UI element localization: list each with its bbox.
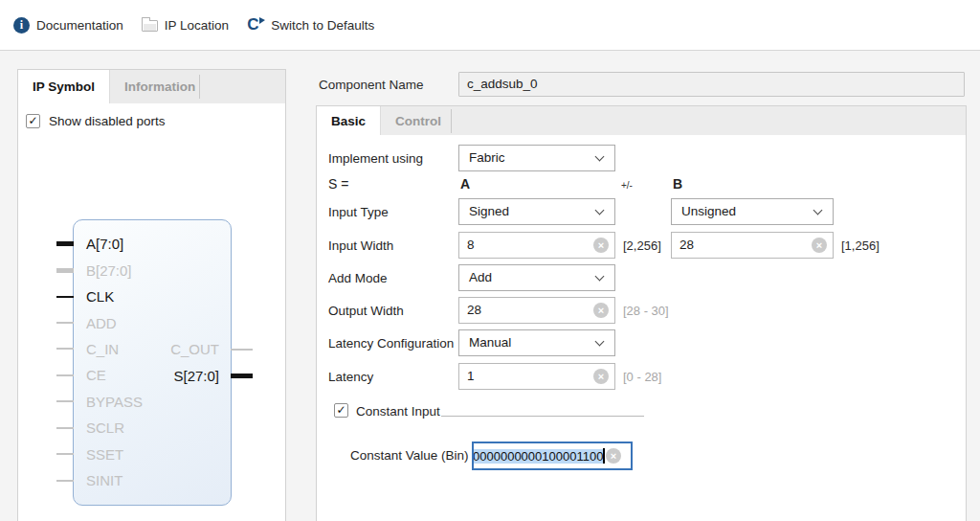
latency-field[interactable]: 1 × [458, 363, 615, 390]
port-row-s: S[27:0] [74, 362, 231, 388]
port-label: ADD [86, 315, 117, 331]
latency-configuration-dropdown[interactable]: Manual [458, 329, 615, 356]
port-label: C_OUT [170, 341, 219, 357]
add-mode-dropdown[interactable]: Add [458, 264, 615, 291]
port-label: SSET [86, 446, 123, 463]
implement-using-value: Fabric [469, 150, 505, 165]
constant-input-label: Constant Input [356, 404, 440, 419]
wire-stub-icon [56, 348, 74, 350]
output-width-label: Output Width [328, 304, 404, 318]
clear-icon[interactable]: × [593, 369, 609, 384]
clear-icon[interactable]: × [593, 303, 609, 318]
switch-to-defaults-label: Switch to Defaults [271, 18, 374, 33]
port-label: A[7:0] [86, 236, 123, 252]
component-name-label: Component Name [319, 78, 424, 92]
port-label: CLK [86, 288, 114, 305]
wire-stub-icon [56, 374, 74, 376]
documentation-label: Documentation [36, 18, 123, 33]
text-cursor [603, 448, 605, 464]
tab-control[interactable]: Control [381, 106, 456, 135]
chevron-down-icon [595, 152, 605, 162]
port-label: S[27:0] [173, 368, 219, 384]
wire-stub-icon [56, 427, 74, 429]
port-row: ADD [74, 309, 231, 335]
info-icon: i [13, 17, 30, 34]
equation-op-label: +/- [621, 180, 633, 191]
wire-stub-icon [56, 453, 74, 455]
port-row: B[27:0] [74, 257, 231, 283]
chevron-down-icon [595, 337, 605, 347]
port-label: SCLR [86, 419, 124, 436]
equation-s-label: S = [328, 176, 348, 192]
constant-value-text: 0000000000100001100 [473, 449, 603, 464]
port-row: SCLR [74, 415, 231, 441]
input-width-b-field[interactable]: 28 × [671, 232, 834, 259]
folder-icon [142, 20, 158, 32]
clear-icon[interactable]: × [593, 238, 609, 253]
chevron-down-icon [595, 206, 605, 215]
latency-configuration-label: Latency Configuration [328, 336, 454, 351]
port-label: BYPASS [86, 394, 143, 410]
wire-stub-icon [231, 349, 253, 351]
wire-stub-icon [56, 296, 74, 298]
show-disabled-ports-checkbox[interactable]: ✓ [26, 114, 40, 128]
port-row: A[7:0] [74, 231, 231, 257]
wire-stub-icon [56, 322, 74, 324]
ip-location-label: IP Location [165, 18, 229, 33]
tab-separator [199, 75, 200, 99]
clear-icon[interactable]: × [606, 448, 621, 464]
input-type-a-dropdown[interactable]: Signed [458, 198, 615, 225]
port-label: SINIT [86, 472, 122, 488]
port-row: BYPASS [74, 389, 231, 415]
bus-stub-icon [56, 241, 74, 246]
bus-stub-icon [56, 268, 74, 273]
refresh-icon: C [247, 16, 264, 34]
output-width-range: [28 - 30] [623, 304, 669, 318]
implement-using-dropdown[interactable]: Fabric [458, 145, 615, 171]
constant-value-field[interactable]: 0000000000100001100 × [472, 442, 633, 470]
input-width-a-field[interactable]: 8 × [458, 232, 615, 259]
clear-icon[interactable]: × [812, 238, 827, 253]
wire-stub-icon [56, 480, 74, 482]
config-panel: Basic Control Implement using Fabric S =… [316, 105, 967, 521]
chevron-down-icon [813, 206, 823, 215]
output-width-value: 28 [467, 303, 481, 317]
port-label: B[27:0] [86, 262, 132, 279]
latency-range: [0 - 28] [623, 370, 661, 384]
ip-symbol-panel: IP Symbol Information ✓ Show disabled po… [17, 69, 286, 521]
tab-ip-symbol[interactable]: IP Symbol [18, 70, 110, 103]
ip-symbol-diagram: A[7:0] B[27:0] CLK ADD C_IN CE [73, 219, 232, 506]
config-tabstrip: Basic Control [317, 106, 966, 135]
wire-stub-icon [56, 400, 74, 402]
port-row: SSET [74, 442, 231, 467]
input-type-b-value: Unsigned [681, 204, 736, 218]
latency-value: 1 [467, 369, 475, 383]
output-width-field[interactable]: 28 × [458, 297, 615, 324]
toolbar: i Documentation IP Location C Switch to … [0, 0, 980, 51]
add-mode-value: Add [469, 270, 492, 284]
documentation-button[interactable]: i Documentation [13, 17, 123, 34]
input-type-b-dropdown[interactable]: Unsigned [671, 198, 834, 225]
port-row: SINIT [74, 467, 231, 493]
input-width-b-value: 28 [679, 238, 694, 252]
equation-a-label: A [460, 176, 470, 192]
group-separator-line [441, 416, 644, 417]
component-name-input[interactable]: c_addsub_0 [458, 72, 965, 97]
tab-information[interactable]: Information [110, 70, 210, 103]
chevron-down-icon [595, 272, 605, 282]
input-width-label: Input Width [328, 238, 393, 253]
input-width-a-value: 8 [467, 238, 475, 252]
port-row-c-out: C_OUT [74, 336, 231, 362]
input-width-b-range: [1,256] [841, 238, 880, 253]
ip-location-button[interactable]: IP Location [142, 18, 229, 33]
input-type-a-value: Signed [469, 204, 509, 218]
show-disabled-ports-row: ✓ Show disabled ports [26, 114, 285, 128]
tab-separator [451, 109, 452, 133]
add-mode-label: Add Mode [328, 271, 388, 285]
switch-to-defaults-button[interactable]: C Switch to Defaults [247, 16, 374, 34]
tab-basic[interactable]: Basic [317, 106, 381, 135]
constant-input-checkbox[interactable]: ✓ [334, 403, 348, 418]
show-disabled-ports-label: Show disabled ports [49, 114, 166, 128]
implement-using-label: Implement using [328, 151, 423, 166]
latency-label: Latency [328, 370, 373, 384]
